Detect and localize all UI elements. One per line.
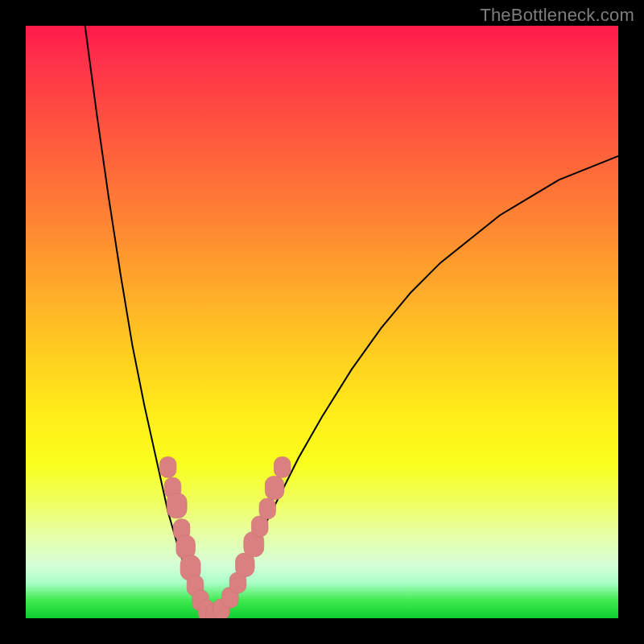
- curve-marker: [159, 456, 176, 477]
- bottleneck-curve: [85, 26, 618, 618]
- plot-area: [26, 26, 618, 618]
- curve-segment: [209, 156, 618, 618]
- chart-frame: TheBottleneck.com: [0, 0, 644, 644]
- curve-marker: [265, 476, 284, 499]
- curve-svg: [26, 26, 618, 618]
- curve-marker: [167, 493, 187, 518]
- curve-marker: [274, 456, 291, 477]
- curve-marker: [259, 498, 276, 519]
- watermark-text: TheBottleneck.com: [480, 5, 634, 26]
- curve-segment: [85, 26, 210, 618]
- marker-group: [159, 456, 291, 618]
